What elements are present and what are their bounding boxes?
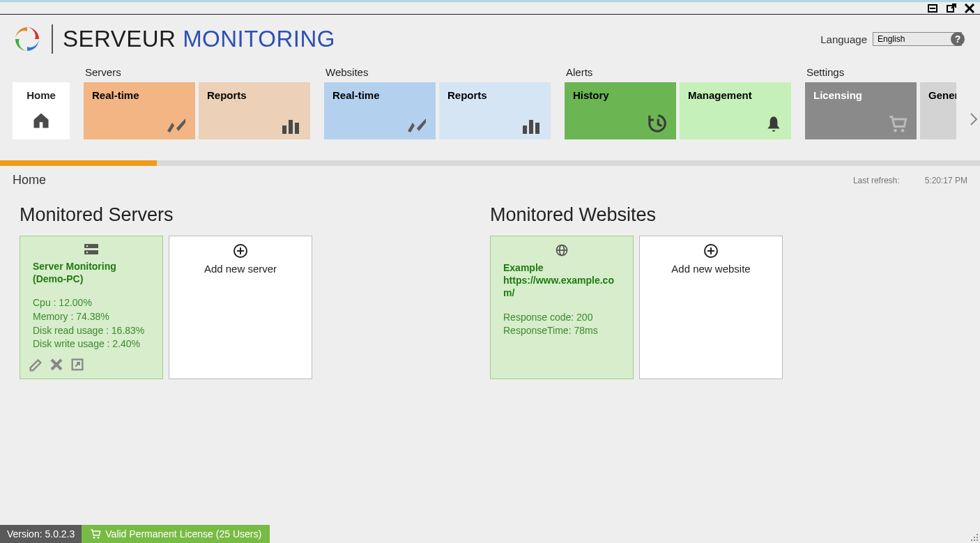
tab-servers-reports[interactable]: Reports — [199, 82, 310, 139]
nav-home-label: Home — [26, 89, 56, 101]
svg-point-34 — [977, 537, 978, 538]
breadcrumb-row: Home Last refresh: 5:20:17 PM — [0, 166, 980, 188]
logo-text-b: MONITORING — [183, 26, 335, 52]
window-titlebar — [0, 0, 980, 15]
logo-text: SERVEUR MONITORING — [63, 26, 335, 52]
bars-icon — [281, 117, 302, 134]
server-card-stats: Cpu : 12.00% Memory : 74.38% Disk read u… — [33, 296, 150, 351]
language-select[interactable]: English — [873, 32, 962, 46]
server-card[interactable]: Server Monitoring (Demo-PC) Cpu : 12.00%… — [20, 236, 163, 379]
delete-icon[interactable] — [48, 356, 65, 373]
tab-home[interactable]: Home — [13, 82, 70, 139]
tab-websites-realtime[interactable]: Real-time — [324, 82, 436, 139]
monitored-websites-column: Monitored Websites Example https://www.e… — [490, 204, 960, 379]
tab-alerts-management[interactable]: Management — [680, 82, 791, 139]
svg-point-36 — [974, 540, 975, 541]
svg-point-12 — [894, 129, 897, 132]
header: SERVEUR MONITORING Language English — [0, 15, 980, 61]
last-refresh-label: Last refresh: — [853, 176, 900, 185]
language-selector: Language English — [820, 32, 962, 46]
status-license-text: Valid Permanent License (25 Users) — [105, 528, 261, 540]
svg-point-30 — [93, 537, 95, 539]
logo-icon — [13, 24, 42, 54]
nav-group-settings: Settings Licensing General — [805, 63, 956, 139]
svg-point-16 — [86, 245, 88, 247]
nav-scroll-right[interactable] — [967, 105, 980, 133]
svg-point-37 — [977, 540, 978, 541]
nav-group-servers-header: Servers — [84, 63, 310, 82]
nav-group-alerts-header: Alerts — [565, 63, 791, 82]
svg-point-32 — [977, 534, 978, 535]
nav-group-alerts: Alerts History Management — [565, 63, 791, 139]
svg-point-33 — [974, 537, 975, 538]
status-spacer — [270, 525, 980, 543]
server-icon — [33, 243, 150, 256]
progress-bar — [0, 160, 980, 166]
svg-point-17 — [86, 252, 88, 253]
cart-icon — [887, 114, 908, 134]
globe-icon — [503, 243, 620, 257]
history-icon — [647, 113, 668, 134]
tab-settings-licensing[interactable]: Licensing — [805, 82, 917, 139]
nav-group-websites-header: Websites — [324, 63, 551, 82]
monitored-servers-column: Monitored Servers Server Monitoring (Dem… — [20, 204, 490, 379]
svg-rect-7 — [289, 120, 293, 134]
tab-alerts-history[interactable]: History — [565, 82, 676, 139]
nav-group-servers: Servers Real-time Reports — [84, 63, 310, 139]
logo-text-a: SERVEUR — [63, 26, 183, 52]
main: Monitored Servers Server Monitoring (Dem… — [0, 188, 980, 396]
monitored-servers-header: Monitored Servers — [20, 204, 490, 226]
home-icon — [31, 111, 51, 130]
tab-settings-general[interactable]: General — [920, 82, 956, 139]
cart-icon — [90, 528, 101, 540]
breadcrumb: Home — [13, 173, 46, 188]
svg-rect-11 — [535, 123, 539, 134]
tab-websites-reports[interactable]: Reports — [439, 82, 551, 139]
svg-point-31 — [98, 537, 100, 539]
nav-group-websites: Websites Real-time Reports — [324, 63, 551, 139]
progress-fill — [0, 160, 157, 166]
logo-separator — [52, 24, 53, 54]
svg-point-13 — [901, 129, 905, 132]
help-icon[interactable]: ? — [951, 32, 965, 46]
status-bar: Version: 5.0.2.3 Valid Permanent License… — [0, 525, 980, 543]
trend-icon — [166, 117, 187, 134]
add-website-label: Add new website — [671, 263, 750, 275]
last-refresh: Last refresh: 5:20:17 PM — [853, 176, 967, 185]
add-website-card[interactable]: Add new website — [639, 236, 783, 379]
nav-group-home: Home — [13, 63, 70, 139]
popout-icon[interactable] — [945, 2, 958, 15]
status-version: Version: 5.0.2.3 — [0, 525, 82, 543]
nav-group-settings-header: Settings — [805, 63, 956, 82]
add-server-label: Add new server — [204, 263, 277, 275]
status-license[interactable]: Valid Permanent License (25 Users) — [82, 525, 270, 543]
resize-grip-icon[interactable] — [970, 533, 979, 542]
minimize-icon[interactable] — [927, 2, 940, 15]
plus-icon — [703, 243, 719, 259]
server-card-title: Server Monitoring (Demo-PC) — [33, 260, 150, 285]
nav-area: Home Servers Real-time Reports — [0, 63, 980, 139]
bell-icon — [765, 114, 783, 134]
website-card-title: Example https://www.example.com/ — [503, 261, 620, 300]
svg-rect-6 — [282, 125, 286, 134]
server-card-actions — [27, 356, 86, 373]
tab-servers-realtime[interactable]: Real-time — [84, 82, 195, 139]
svg-rect-9 — [523, 125, 527, 134]
plus-icon — [233, 243, 248, 259]
website-card-stats: Response code: 200 ResponseTime: 78ms — [503, 311, 620, 338]
language-label: Language — [820, 33, 867, 45]
website-card[interactable]: Example https://www.example.com/ Respons… — [490, 236, 634, 379]
last-refresh-time: 5:20:17 PM — [925, 176, 967, 185]
edit-icon[interactable] — [27, 356, 44, 373]
open-external-icon[interactable] — [69, 356, 86, 373]
close-icon[interactable] — [963, 2, 976, 15]
svg-rect-10 — [529, 120, 533, 134]
add-server-card[interactable]: Add new server — [169, 236, 312, 379]
monitored-websites-header: Monitored Websites — [490, 204, 960, 226]
trend-icon — [406, 117, 427, 134]
bars-icon — [521, 117, 542, 134]
logo: SERVEUR MONITORING — [13, 24, 335, 54]
svg-rect-8 — [295, 123, 299, 134]
svg-point-35 — [971, 540, 972, 541]
